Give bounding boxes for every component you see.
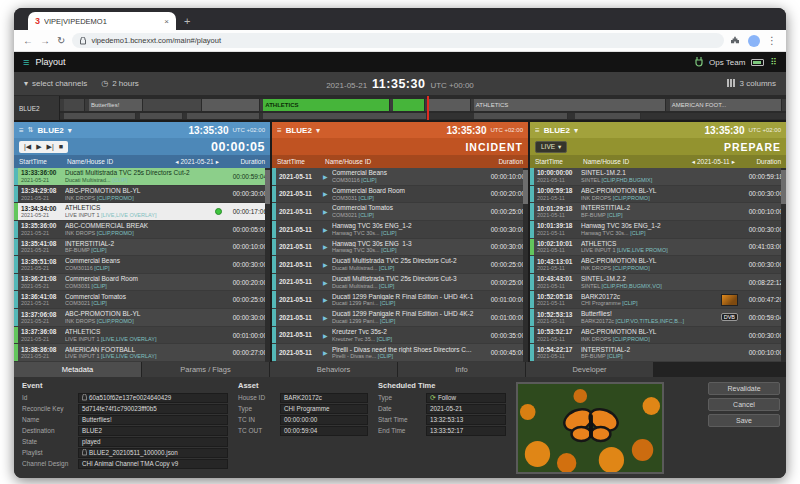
- app-menu-icon[interactable]: ≡: [23, 56, 29, 68]
- scrollbar-thumb[interactable]: [781, 170, 786, 204]
- detail-tab[interactable]: Metadata: [14, 362, 141, 377]
- next-day-icon[interactable]: ▸: [732, 158, 735, 166]
- play-item-icon[interactable]: ▶: [323, 314, 332, 321]
- playlist-row[interactable]: 2021-05-11 ▶ Commercial Board Room COM30…: [272, 186, 528, 204]
- browser-menu-icon[interactable]: ⋮: [767, 36, 777, 46]
- playlist-row[interactable]: 2021-05-11 ▶ Ducati Multistrada TVC 25s …: [272, 256, 528, 274]
- play-item-icon[interactable]: ▶: [323, 208, 332, 215]
- play-item-icon[interactable]: ▶: [323, 296, 332, 303]
- field-value[interactable]: BLUE2_20210511_100000.json: [78, 448, 228, 458]
- prev-day-icon[interactable]: ◂: [175, 158, 178, 166]
- chevron-down-icon[interactable]: ▾: [316, 126, 320, 135]
- timeline-segment[interactable]: [143, 99, 201, 111]
- playlist-row[interactable]: 13:36:41:08 2021-05-21 Commercial Tomato…: [14, 291, 270, 309]
- field-value[interactable]: 2021-05-21: [426, 404, 506, 414]
- scrollbar[interactable]: [781, 168, 786, 362]
- playlist-row[interactable]: 13:36:21:08 2021-05-21 Commercial Board …: [14, 274, 270, 292]
- play-item-icon[interactable]: ▶: [323, 279, 332, 286]
- field-value[interactable]: CHI Programme: [280, 404, 368, 414]
- playlist-row[interactable]: 10:00:59:18 2021-05-11 ABC-PROMOTION BL-…: [530, 186, 786, 204]
- detail-tab[interactable]: Params / Flags: [142, 362, 269, 377]
- playlist-row[interactable]: 2021-05-11 ▶ Commercial Beans COM30116 […: [272, 168, 528, 186]
- channel-header[interactable]: ≡ ⇅ BLUE2 ▾ 13:35:30 UTC +02:00: [14, 122, 270, 138]
- scrollbar[interactable]: [265, 168, 270, 362]
- timeline-segment[interactable]: ATHLETICS: [263, 99, 390, 111]
- field-value[interactable]: 13:33:52:17: [426, 426, 506, 436]
- playlist-row[interactable]: 10:54:22:17 2021-05-11 INTERSTITIAL-2 BF…: [530, 344, 786, 362]
- stop-button[interactable]: ■: [59, 143, 63, 150]
- playlist-row[interactable]: 2021-05-11 ▶ Commercial Tomatos COM3021 …: [272, 203, 528, 221]
- playlist-row[interactable]: 13:33:36:00 2021-05-21 Ducati Multistrad…: [14, 168, 270, 186]
- playlist-row[interactable]: 10:43:13:01 2021-05-11 ABC-PROMOTION BL-…: [530, 256, 786, 274]
- sort-icon[interactable]: ⇅: [28, 126, 34, 134]
- playlist-row[interactable]: 2021-05-11 ▶ Hanwag TVC 30s ENG_1-3 Hanw…: [272, 239, 528, 257]
- play-item-icon[interactable]: ▶: [323, 332, 332, 339]
- play-item-icon[interactable]: ▶: [323, 243, 332, 250]
- duration-header[interactable]: Duration: [737, 158, 781, 165]
- skip-previous-button[interactable]: |◀: [24, 143, 31, 151]
- play-item-icon[interactable]: ▶: [323, 226, 332, 233]
- starttime-header[interactable]: StartTime: [535, 158, 581, 165]
- scrollbar-thumb[interactable]: [265, 170, 270, 204]
- time-range-dropdown[interactable]: ◷ 2 hours: [101, 79, 139, 88]
- profile-avatar[interactable]: [748, 35, 760, 47]
- detail-tab[interactable]: Developer: [526, 362, 653, 377]
- revalidate-button[interactable]: Revalidate: [708, 382, 780, 395]
- cancel-button[interactable]: Cancel: [708, 398, 780, 411]
- playlist-row[interactable]: 10:53:52:17 2021-05-11 ABC-PROMOTION BL-…: [530, 327, 786, 345]
- timeline-segment[interactable]: [202, 99, 260, 111]
- field-value[interactable]: Butterflies!: [78, 415, 228, 425]
- playlist-row[interactable]: 2021-05-11 ▶ Ducati 1299 Panigale R Fina…: [272, 309, 528, 327]
- columns-dropdown[interactable]: 3 columns: [727, 79, 776, 89]
- column-menu-icon[interactable]: ≡: [277, 126, 282, 135]
- timeline-track[interactable]: Butterflies! ATHLETICS ATHLETICS AMERICA…: [60, 96, 786, 120]
- column-menu-icon[interactable]: ≡: [535, 126, 540, 135]
- next-day-icon[interactable]: ▸: [216, 158, 219, 166]
- user-menu[interactable]: Ops Team: [709, 58, 745, 67]
- starttime-header[interactable]: StartTime: [277, 158, 323, 165]
- extensions-icon[interactable]: [731, 36, 741, 46]
- name-header[interactable]: Name/House ID: [583, 158, 690, 165]
- playlist-row[interactable]: 13:35:51:08 2021-05-21 Commercial Beans …: [14, 256, 270, 274]
- playlist-row[interactable]: 2021-05-11 ▶ Pirelli - Divas need the ri…: [272, 344, 528, 362]
- playlist-row[interactable]: 10:00:00:00 2021-05-11 SINTEL-1M.2.1 SIN…: [530, 168, 786, 186]
- playlist-row[interactable]: 2021-05-11 ▶ Kreutzer Tvc 35s-2 Kreutzer…: [272, 327, 528, 345]
- playlist-row[interactable]: 13:35:36:00 2021-05-21 ABC-COMMERCIAL BR…: [14, 221, 270, 239]
- chevron-down-icon[interactable]: ▾: [68, 126, 72, 135]
- scrollbar-thumb[interactable]: [523, 170, 528, 204]
- duration-header[interactable]: Duration: [221, 158, 265, 165]
- duration-header[interactable]: Duration: [479, 158, 523, 165]
- column-menu-icon[interactable]: ≡: [19, 126, 24, 135]
- chevron-down-icon[interactable]: ▾: [574, 126, 578, 135]
- playlist-row[interactable]: 2021-05-11 ▶ Hanwag TVC 30s ENG_1-2 Hanw…: [272, 221, 528, 239]
- browser-tab[interactable]: 3 VIPE|VIPEDEMO1 ×: [28, 12, 176, 30]
- playlist-row[interactable]: 10:43:43:01 2021-05-11 SINTEL-1M.2.2 SIN…: [530, 274, 786, 292]
- playlist-row[interactable]: 13:34:34:00 2021-05-21 ATHLETICS LIVE IN…: [14, 203, 270, 221]
- field-value[interactable]: ⟳ Follow: [426, 393, 506, 403]
- play-item-icon[interactable]: ▶: [323, 173, 332, 180]
- field-value[interactable]: 00:00:59:04: [280, 426, 368, 436]
- new-tab-button[interactable]: +: [184, 15, 190, 27]
- play-item-icon[interactable]: ▶: [323, 190, 332, 197]
- field-value[interactable]: 60a510f62e137e0024640429: [78, 393, 228, 403]
- timeline-segment[interactable]: [427, 99, 471, 111]
- url-bar[interactable]: vipedemo1.bcnexxt.com/main#/playout: [72, 33, 724, 48]
- channel-header[interactable]: ≡ BLUE2 ▾ 13:35:30 UTC +02:00: [272, 122, 528, 138]
- skip-next-button[interactable]: ▶|: [47, 143, 54, 151]
- play-item-icon[interactable]: ▶: [323, 261, 332, 268]
- playlist-row[interactable]: 13:38:36:08 2021-05-21 AMERICAN FOOTBALL…: [14, 344, 270, 362]
- playlist-row[interactable]: 13:34:29:08 2021-05-21 ABC-PROMOTION BL-…: [14, 186, 270, 204]
- playlist-row[interactable]: 10:52:53:13 2021-05-11 Butterflies! BARK…: [530, 309, 786, 327]
- starttime-header[interactable]: StartTime: [19, 158, 65, 165]
- playlist-row[interactable]: 13:37:36:08 2021-05-21 ATHLETICS LIVE IN…: [14, 327, 270, 345]
- playlist-row[interactable]: 10:01:39:18 2021-05-11 Hanwag TVC 30s EN…: [530, 221, 786, 239]
- channel-header[interactable]: ≡ BLUE2 ▾ 13:35:30 UTC +02:00: [530, 122, 786, 138]
- prev-day-icon[interactable]: ◂: [692, 158, 695, 166]
- play-item-icon[interactable]: ▶: [323, 349, 332, 356]
- scrollbar[interactable]: [523, 168, 528, 362]
- save-button[interactable]: Save: [708, 414, 780, 427]
- live-mode-button[interactable]: LIVE ▾: [535, 141, 567, 153]
- field-value[interactable]: played: [78, 437, 228, 447]
- field-value[interactable]: CHI Animal Channel TMA Copy v9: [78, 459, 228, 469]
- field-value[interactable]: 13:32:53:13: [426, 415, 506, 425]
